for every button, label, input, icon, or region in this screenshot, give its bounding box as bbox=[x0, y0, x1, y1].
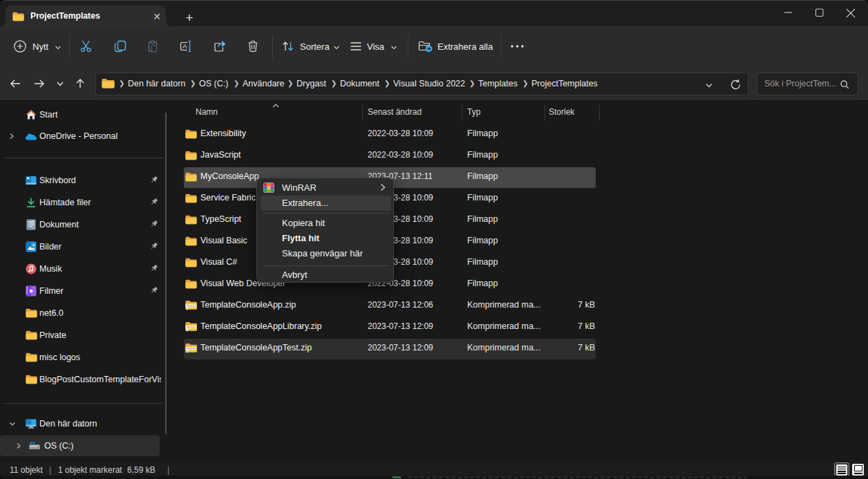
svg-text:A: A bbox=[182, 42, 187, 50]
